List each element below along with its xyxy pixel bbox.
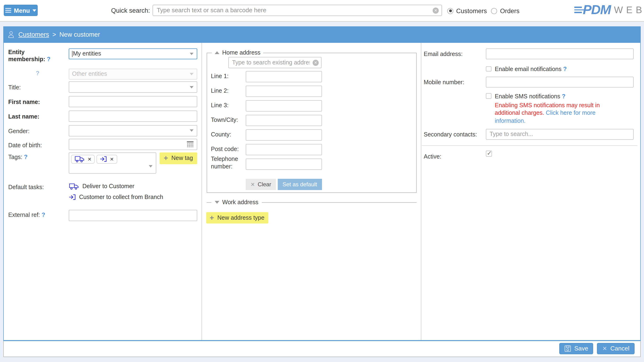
collect-arrow-icon bbox=[69, 194, 76, 200]
tags-help-icon[interactable]: ? bbox=[24, 154, 28, 160]
last-name-input[interactable] bbox=[69, 111, 197, 122]
county-input[interactable] bbox=[246, 129, 322, 140]
top-bar: Menu Quick search: Customers Orders PDM … bbox=[0, 0, 644, 22]
logo-pdm-text: PDM bbox=[583, 2, 610, 17]
sms-notifications-help-icon[interactable]: ? bbox=[562, 93, 566, 99]
address-buttons: Clear Set as default bbox=[207, 179, 322, 190]
mobile-number-input[interactable] bbox=[486, 76, 634, 87]
email-notifications-checkbox[interactable] bbox=[486, 66, 491, 71]
post-code-label: Post code: bbox=[211, 146, 239, 153]
column-separator bbox=[202, 43, 202, 340]
footer-buttons: Save Cancel bbox=[559, 343, 634, 354]
hamburger-icon bbox=[5, 8, 11, 13]
first-name-input[interactable] bbox=[69, 96, 197, 107]
remove-tag-icon[interactable] bbox=[88, 156, 92, 162]
calendar-icon[interactable] bbox=[187, 141, 194, 147]
secondary-contacts-input[interactable] bbox=[486, 129, 634, 139]
work-address-legend: Work address bbox=[211, 199, 262, 206]
email-notifications-help-icon[interactable]: ? bbox=[563, 66, 566, 72]
delivery-truck-icon bbox=[69, 183, 79, 190]
collect-arrow-icon bbox=[100, 156, 107, 162]
breadcrumb: Customers > New customer bbox=[3, 26, 641, 43]
breadcrumb-customers-link[interactable]: Customers bbox=[18, 31, 49, 38]
x-icon bbox=[602, 345, 607, 352]
town-city-input[interactable] bbox=[246, 115, 322, 126]
date-of-birth-label: Date of birth: bbox=[8, 142, 42, 149]
line3-input[interactable] bbox=[246, 100, 322, 111]
county-label: County: bbox=[211, 131, 231, 139]
other-entities-help-icon[interactable]: ? bbox=[36, 70, 39, 77]
x-icon bbox=[250, 181, 255, 187]
telephone-input[interactable] bbox=[246, 159, 322, 170]
collapse-down-icon[interactable] bbox=[215, 201, 219, 204]
new-tag-button[interactable]: New tag bbox=[160, 152, 197, 164]
post-code-input[interactable] bbox=[246, 144, 322, 155]
text-cursor bbox=[72, 51, 72, 57]
my-entities-select[interactable]: My entities bbox=[69, 48, 197, 59]
home-address-legend: Home address bbox=[212, 49, 264, 56]
clear-address-button[interactable]: Clear bbox=[246, 179, 276, 190]
plus-icon bbox=[164, 155, 168, 162]
page-title: New customer bbox=[59, 31, 100, 38]
tag-chip-collect bbox=[97, 155, 117, 163]
radio-ring bbox=[491, 8, 497, 14]
address-search-clear-icon[interactable] bbox=[312, 59, 319, 66]
email-address-input[interactable] bbox=[486, 48, 634, 59]
last-name-label: Last name: bbox=[8, 113, 39, 120]
title-select[interactable] bbox=[69, 81, 197, 93]
column-separator bbox=[420, 43, 421, 340]
remove-tag-icon[interactable] bbox=[110, 156, 114, 162]
footer-bar bbox=[3, 341, 641, 357]
date-of-birth-input[interactable] bbox=[69, 139, 197, 150]
line1-label: Line 1: bbox=[211, 73, 228, 80]
right-column-divider bbox=[422, 145, 638, 146]
gender-select[interactable] bbox=[69, 125, 197, 136]
cancel-button[interactable]: Cancel bbox=[597, 343, 634, 354]
other-entities-select[interactable]: Other entities bbox=[69, 69, 197, 79]
sms-warning-text: Enabling SMS notifications may result in… bbox=[495, 101, 614, 125]
town-city-label: Town/City: bbox=[211, 117, 238, 124]
radio-orders[interactable]: Orders bbox=[491, 7, 520, 14]
search-clear-icon[interactable] bbox=[433, 7, 439, 14]
menu-button[interactable]: Menu bbox=[4, 5, 38, 16]
default-task-collect: Customer to collect from Branch bbox=[69, 194, 163, 200]
active-label: Active: bbox=[424, 153, 441, 160]
breadcrumb-separator: > bbox=[52, 31, 56, 38]
tags-label: Tags: ? bbox=[8, 154, 28, 161]
chevron-down-icon bbox=[190, 73, 193, 75]
quick-search-input[interactable] bbox=[152, 5, 442, 16]
chevron-down-icon bbox=[33, 9, 36, 11]
email-address-label: Email address: bbox=[424, 51, 462, 57]
radio-ring bbox=[447, 8, 453, 14]
line2-input[interactable] bbox=[246, 85, 322, 97]
telephone-label: Telephone number: bbox=[211, 156, 242, 171]
external-ref-input[interactable] bbox=[69, 210, 197, 221]
default-task-delivery: Deliver to Customer bbox=[69, 183, 134, 190]
active-checkbox[interactable] bbox=[486, 150, 492, 156]
line2-label: Line 2: bbox=[211, 87, 228, 95]
line1-input[interactable] bbox=[246, 71, 322, 82]
set-as-default-button[interactable]: Set as default bbox=[278, 179, 322, 190]
mobile-number-label: Mobile number: bbox=[424, 79, 464, 86]
external-ref-help-icon[interactable]: ? bbox=[42, 212, 45, 218]
secondary-contacts-label: Secondary contacts: bbox=[424, 131, 477, 138]
chevron-down-icon bbox=[190, 86, 193, 88]
entity-membership-help-icon[interactable]: ? bbox=[47, 56, 50, 62]
line3-label: Line 3: bbox=[211, 102, 228, 109]
sms-notifications-checkbox[interactable] bbox=[486, 93, 491, 98]
default-tasks-label: Default tasks: bbox=[8, 184, 44, 191]
quick-search-label: Quick search: bbox=[111, 7, 150, 14]
chevron-down-icon bbox=[190, 129, 193, 132]
title-label: Title: bbox=[8, 84, 21, 91]
new-address-type-button[interactable]: New address type bbox=[206, 212, 268, 223]
tags-box[interactable] bbox=[69, 152, 156, 174]
address-search-input[interactable] bbox=[228, 57, 321, 68]
floppy-disk-icon bbox=[564, 345, 571, 352]
logo-web-text: WEB bbox=[614, 4, 644, 15]
tag-chip-delivery bbox=[71, 155, 95, 163]
collapse-up-icon[interactable] bbox=[215, 51, 219, 54]
save-button[interactable]: Save bbox=[559, 343, 594, 354]
person-icon bbox=[7, 30, 15, 38]
radio-customers[interactable]: Customers bbox=[447, 7, 487, 14]
plus-icon bbox=[210, 214, 214, 222]
